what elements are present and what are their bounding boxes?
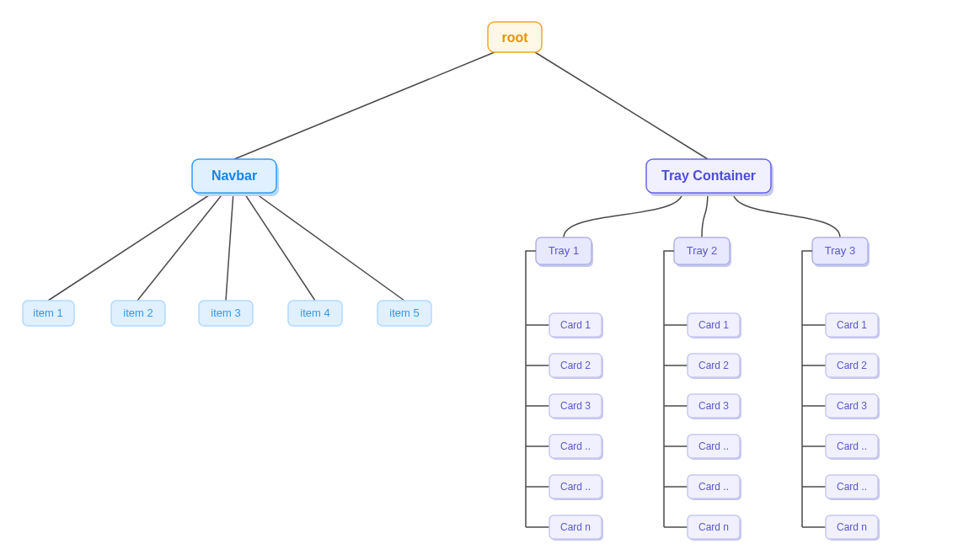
card-label: Card n xyxy=(837,521,867,533)
card-node: Card 1 xyxy=(688,313,741,339)
card-node: Card 3 xyxy=(826,394,880,419)
navbar-node: Navbar xyxy=(192,159,279,196)
card-label: Card 3 xyxy=(837,400,867,412)
card-node: Card 2 xyxy=(549,354,603,379)
card-node: Card n xyxy=(826,515,880,541)
tray-node: Tray 3 xyxy=(812,237,870,267)
navbar-item-label: item 3 xyxy=(211,307,240,319)
tray-container-node: Tray Container xyxy=(646,159,773,196)
edge-traycontainer-tray3 xyxy=(733,192,840,237)
card-node: Card .. xyxy=(688,435,741,460)
navbar-label: Navbar xyxy=(211,168,257,183)
card-label: Card 1 xyxy=(560,319,591,331)
edge-navbar-item2 xyxy=(137,192,224,301)
card-label: Card 2 xyxy=(837,360,867,371)
card-node: Card 2 xyxy=(826,354,880,379)
edge-root-traycontainer xyxy=(535,52,708,159)
edge-root-navbar xyxy=(234,52,495,159)
root-label: root xyxy=(501,30,528,45)
navbar-item: item 1 xyxy=(23,301,74,326)
root-node: root xyxy=(488,22,542,52)
tray3-spine xyxy=(802,251,812,527)
card-label: Card 3 xyxy=(560,400,591,412)
card-label: Card 3 xyxy=(698,400,729,412)
tree-diagram: root Navbar Tray Container item 1 item 2… xyxy=(0,0,974,560)
navbar-item-label: item 5 xyxy=(389,307,419,319)
tray-container-label: Tray Container xyxy=(661,168,756,183)
card-node: Card 3 xyxy=(549,394,603,419)
navbar-item: item 5 xyxy=(377,301,431,326)
card-node: Card .. xyxy=(826,435,880,460)
tray-node: Tray 2 xyxy=(674,237,731,267)
card-label: Card 1 xyxy=(698,319,729,331)
card-node: Card n xyxy=(688,515,741,541)
tray1-spine xyxy=(526,251,536,527)
edge-traycontainer-tray1 xyxy=(564,192,682,237)
tray-label: Tray 3 xyxy=(825,244,855,257)
card-node: Card n xyxy=(549,515,603,541)
card-node: Card 2 xyxy=(688,354,741,379)
edge-traycontainer-tray2 xyxy=(702,192,708,237)
navbar-item: item 3 xyxy=(199,301,253,326)
card-label: Card .. xyxy=(560,481,591,493)
card-node: Card 3 xyxy=(688,394,741,419)
card-label: Card n xyxy=(698,521,729,533)
card-label: Card .. xyxy=(698,481,729,493)
card-label: Card 1 xyxy=(837,319,867,331)
edge-navbar-item5 xyxy=(254,192,404,301)
navbar-item: item 4 xyxy=(288,301,342,326)
card-label: Card .. xyxy=(698,440,729,452)
tray-label: Tray 2 xyxy=(687,244,717,257)
card-label: Card .. xyxy=(837,440,867,452)
card-label: Card .. xyxy=(837,481,867,493)
navbar-item-label: item 4 xyxy=(300,307,329,319)
edge-navbar-item1 xyxy=(48,192,214,301)
card-node: Card 1 xyxy=(826,313,880,339)
tray2-spine xyxy=(664,251,674,527)
card-node: Card 1 xyxy=(549,313,603,339)
tray-label: Tray 1 xyxy=(549,244,579,257)
card-label: Card 2 xyxy=(698,360,729,371)
card-label: Card 2 xyxy=(560,360,591,371)
tray-node: Tray 1 xyxy=(536,237,593,267)
navbar-item-label: item 2 xyxy=(123,307,153,319)
navbar-item-label: item 1 xyxy=(33,307,62,319)
card-node: Card .. xyxy=(826,475,880,500)
edge-navbar-item4 xyxy=(244,192,315,301)
navbar-item: item 2 xyxy=(111,301,165,326)
card-node: Card .. xyxy=(688,475,741,500)
card-label: Card n xyxy=(560,521,591,533)
edge-navbar-item3 xyxy=(226,192,233,301)
card-node: Card .. xyxy=(549,435,603,460)
card-node: Card .. xyxy=(549,475,603,500)
card-label: Card .. xyxy=(560,440,591,452)
